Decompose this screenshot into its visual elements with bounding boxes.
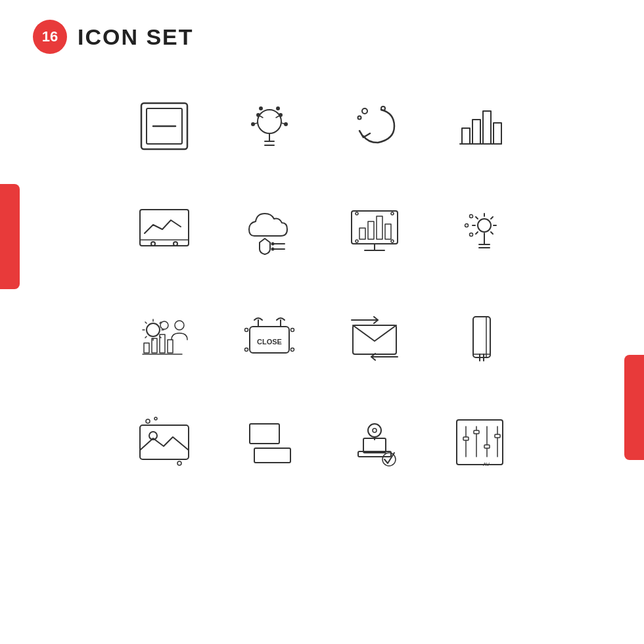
layout-icon	[223, 396, 315, 488]
svg-point-85	[373, 428, 377, 432]
svg-point-64	[291, 329, 294, 332]
svg-point-77	[146, 419, 150, 423]
svg-point-51	[147, 323, 160, 336]
svg-rect-24	[494, 123, 501, 144]
svg-point-12	[277, 107, 279, 110]
red-left-bar	[0, 184, 20, 289]
svg-rect-94	[484, 445, 490, 448]
svg-point-63	[245, 329, 248, 332]
svg-point-66	[291, 348, 294, 352]
cloud-shield-icon	[223, 185, 315, 277]
svg-rect-54	[152, 338, 157, 353]
svg-point-50	[470, 233, 473, 237]
svg-point-44	[478, 219, 491, 232]
red-right-bar	[624, 355, 644, 460]
svg-point-32	[272, 248, 274, 250]
email-arrows-icon	[329, 290, 421, 382]
icon-count-badge: 16	[33, 20, 67, 54]
svg-text:AV: AV	[483, 461, 490, 467]
svg-point-65	[245, 348, 248, 352]
header: 16 ICON SET	[0, 0, 644, 74]
svg-rect-90	[463, 437, 469, 440]
svg-rect-36	[359, 228, 365, 239]
settings-bulb-icon	[434, 185, 526, 277]
recycle-moon-icon	[329, 80, 421, 172]
svg-point-49	[470, 215, 473, 218]
tech-bulb-icon	[223, 80, 315, 172]
svg-rect-21	[462, 128, 470, 144]
svg-rect-81	[254, 448, 290, 463]
svg-rect-37	[368, 221, 374, 239]
minus-frame-icon	[118, 80, 210, 172]
close-sign-icon: CLOSE	[223, 290, 315, 382]
cutting-board-icon	[434, 290, 526, 382]
svg-rect-92	[474, 430, 479, 434]
mixer-icon: AV	[434, 396, 526, 488]
svg-point-17	[362, 108, 367, 114]
svg-rect-39	[385, 224, 391, 239]
svg-rect-22	[472, 120, 480, 144]
svg-point-58	[175, 321, 184, 330]
svg-rect-23	[483, 111, 491, 144]
svg-point-27	[151, 242, 155, 246]
svg-point-31	[272, 243, 274, 245]
stock-monitor-icon	[118, 185, 210, 277]
svg-point-79	[177, 461, 181, 465]
svg-point-78	[154, 417, 157, 420]
svg-rect-80	[250, 424, 279, 444]
svg-rect-53	[144, 343, 149, 353]
svg-point-84	[368, 424, 381, 437]
svg-point-41	[391, 212, 394, 215]
svg-point-3	[258, 110, 281, 133]
svg-text:CLOSE: CLOSE	[257, 338, 282, 346]
svg-rect-70	[473, 317, 490, 357]
bar-chart-icon	[434, 80, 526, 172]
business-settings-icon	[118, 290, 210, 382]
analytics-monitor-icon	[329, 185, 421, 277]
svg-point-43	[391, 240, 394, 242]
svg-rect-75	[140, 425, 189, 459]
svg-point-42	[356, 240, 358, 242]
icon-grid: CLOSE	[0, 74, 644, 494]
svg-rect-56	[168, 340, 173, 353]
svg-rect-88	[457, 420, 503, 465]
page-title: ICON SET	[78, 24, 194, 50]
svg-rect-83	[363, 438, 386, 453]
svg-point-40	[356, 212, 358, 215]
image-icon	[118, 396, 210, 488]
svg-point-18	[358, 116, 361, 120]
svg-point-48	[465, 224, 469, 227]
svg-rect-96	[495, 434, 500, 438]
svg-rect-38	[377, 216, 382, 239]
svg-point-52	[160, 321, 168, 329]
svg-point-19	[381, 106, 385, 110]
stamp-location-icon	[329, 396, 421, 488]
svg-point-28	[173, 242, 177, 246]
svg-point-11	[260, 107, 262, 110]
